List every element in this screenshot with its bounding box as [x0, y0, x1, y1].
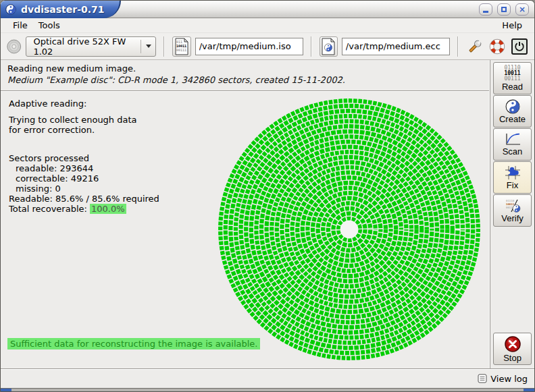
toolbar: Optical drive 52X FW 1.02 011 10011 0011…	[1, 33, 534, 60]
stop-button-label: Stop	[503, 353, 521, 363]
ecc-file-button[interactable]	[320, 36, 338, 57]
image-file-button[interactable]: 011 10011 00111	[172, 36, 190, 57]
title-bar: dvdisaster-0.71 ×	[1, 1, 534, 18]
menu-tools[interactable]: Tools	[33, 19, 66, 32]
resize-corner-right[interactable]	[524, 389, 534, 392]
resize-corner-left[interactable]	[1, 389, 11, 392]
create-button-label: Create	[499, 114, 526, 124]
fix-button[interactable]: Fix	[493, 161, 532, 194]
title-tab: dvdisaster-0.71	[1, 1, 121, 18]
panel-title: Adaptive reading:	[9, 99, 159, 109]
status-line: Reading new medium image.	[7, 63, 482, 74]
puzzle-icon	[505, 165, 521, 180]
status-bar: View log	[1, 368, 534, 388]
menu-help[interactable]: Help	[496, 19, 528, 32]
toolbar-separator	[163, 36, 165, 57]
drive-selector-value: Optical drive 52X FW 1.02	[33, 36, 135, 57]
stop-icon	[504, 335, 521, 353]
app-window: dvdisaster-0.71 × File Tools Help Optica…	[0, 0, 535, 392]
content-area: Reading new medium image. Medium "Exampl…	[1, 60, 534, 368]
sectors-heading: Sectors processed	[9, 153, 159, 163]
total-recoverable-value: 100.0%	[90, 204, 126, 214]
window-title: dvdisaster-0.71	[21, 4, 105, 15]
status-header: Reading new medium image. Medium "Exampl…	[1, 60, 489, 91]
scan-curve-icon	[504, 133, 521, 146]
verify-icon: 01110 10011 00111	[504, 198, 521, 213]
verify-button-label: Verify	[501, 213, 524, 223]
window-bottom-frame	[1, 388, 534, 392]
total-recoverable-label: Total recoverable:	[9, 204, 87, 214]
reading-stats-panel: Adaptive reading: Trying to collect enou…	[9, 99, 159, 214]
close-icon: ×	[519, 5, 526, 14]
scan-button-label: Scan	[503, 146, 523, 157]
cd-drive-icon	[6, 38, 22, 55]
stop-button[interactable]: Stop	[493, 333, 532, 365]
panel-desc-line: Trying to collect enough data	[9, 115, 159, 125]
fix-button-label: Fix	[507, 180, 518, 190]
minimize-button[interactable]	[479, 3, 492, 16]
ecc-file-icon	[321, 38, 336, 55]
medium-info-line: Medium "Example disc": CD-R mode 1, 3428…	[7, 75, 482, 85]
yin-yang-icon	[505, 99, 520, 114]
power-icon	[511, 38, 528, 55]
total-recoverable-line: Total recoverable: 100.0%	[9, 204, 159, 214]
minimize-icon	[483, 11, 488, 13]
disc-spiral-visualization	[214, 94, 484, 364]
log-list-icon	[478, 374, 487, 383]
quit-button[interactable]	[511, 36, 529, 57]
verify-button[interactable]: 01110 10011 00111 Verify	[493, 194, 532, 227]
lifesaver-icon	[489, 38, 505, 55]
readable-percentage: Readable: 85.6% / 85.6% required	[9, 194, 159, 204]
svg-text:00111: 00111	[176, 48, 186, 52]
panel-desc-line: for error correction.	[9, 125, 159, 135]
close-button[interactable]: ×	[515, 3, 529, 16]
main-column: Reading new medium image. Medium "Exampl…	[1, 60, 490, 368]
drive-selector-arrow	[141, 40, 151, 53]
create-button[interactable]: Create	[493, 95, 532, 128]
chevron-down-icon	[146, 45, 151, 48]
menu-bar: File Tools Help	[1, 18, 534, 33]
read-button-label: Read	[502, 82, 523, 92]
preferences-button[interactable]	[466, 36, 484, 57]
footer-status-message: Sufficient data for reconstructing the i…	[7, 338, 260, 349]
action-sidebar: 01110 10011 00111 Read Create	[490, 60, 534, 368]
image-file-input[interactable]	[195, 38, 303, 55]
toolbar-separator	[457, 36, 459, 57]
drive-selector[interactable]: Optical drive 52X FW 1.02	[26, 36, 156, 57]
help-button[interactable]	[488, 36, 507, 57]
menu-file[interactable]: File	[7, 19, 33, 32]
wrench-icon	[467, 38, 483, 55]
window-controls: ×	[479, 3, 529, 16]
toolbar-separator	[311, 36, 312, 57]
panel-spacer	[9, 135, 159, 153]
sectors-correctable: correctable: 49216	[9, 173, 159, 184]
read-button[interactable]: 01110 10011 00111 Read	[493, 62, 532, 94]
iso-file-icon: 011 10011 00111	[174, 38, 189, 55]
yin-yang-icon	[5, 4, 16, 15]
scan-button[interactable]: Scan	[493, 128, 532, 161]
binary-icon: 01110 10011 00111	[504, 65, 520, 82]
maximize-icon	[501, 7, 507, 12]
maximize-button[interactable]	[497, 3, 511, 16]
sectors-missing: missing: 0	[9, 184, 159, 194]
view-log-button[interactable]: View log	[478, 374, 528, 384]
view-log-label: View log	[490, 374, 528, 384]
ecc-file-input[interactable]	[342, 38, 450, 55]
sectors-readable: readable: 293644	[9, 163, 159, 173]
